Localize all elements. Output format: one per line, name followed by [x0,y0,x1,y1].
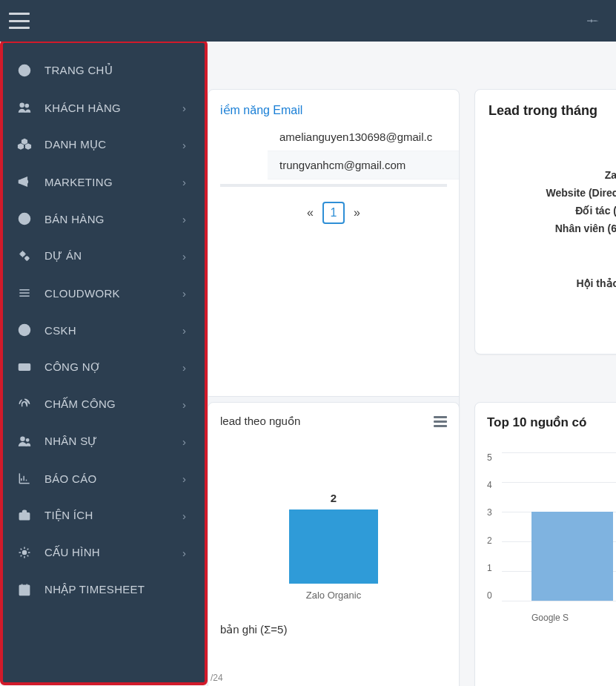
cubes-icon [16,136,33,153]
chevron-right-icon: › [182,361,191,374]
chevron-right-icon: › [182,324,191,337]
sidebar-item-khách-hàng[interactable]: KHÁCH HÀNG› [3,89,205,126]
settings-icon [16,544,33,561]
sidebar-item-tiện-ích[interactable]: TIỆN ÍCH› [3,497,205,534]
bar-category: Zalo Organic [220,590,447,601]
svg-point-4 [25,104,28,107]
chevron-right-icon: › [182,287,191,300]
sidebar-item-label: DỰ ÁN [44,249,182,263]
svg-point-14 [22,328,27,333]
sidebar-item-label: TIỆN ÍCH [44,509,182,522]
list-icon [16,285,33,301]
pager-current[interactable]: 1 [322,202,345,224]
svg-point-22 [27,439,29,441]
svg-rect-30 [19,585,29,595]
sidebar-item-bán-hàng[interactable]: BÁN HÀNG› [3,200,205,237]
email-card-title: iềm năng Email [208,90,459,123]
stat-line: Hội thảo (41%): [489,274,616,292]
bar-category: Google S [531,613,569,623]
sidebar-item-nhân-sự[interactable]: NHÂN SỰ› [3,423,205,460]
pager-prev[interactable]: « [307,206,314,220]
chart-title: lead theo nguồn [220,415,300,428]
briefcase-icon [16,507,33,524]
support-icon [16,322,33,338]
chart-title: Top 10 nguồn có [487,415,616,430]
email-row[interactable]: amelianguyen130698@gmail.c [268,123,459,151]
bar-value: 2 [331,492,337,504]
chevron-right-icon: › [182,435,191,448]
pager-next[interactable]: » [354,206,360,220]
y-axis: 5 4 3 2 1 0 [487,452,492,601]
svg-point-20 [23,366,26,369]
sidebar-item-cskh[interactable]: CSKH› [3,311,205,349]
chart-bar: 2 [289,509,378,584]
sidebar-item-label: CÔNG NỢ [44,360,182,374]
sidebar-item-label: MARKETING [44,176,182,188]
chevron-right-icon: › [182,509,191,522]
pagination: « 1 » [208,187,459,239]
sidebar-item-danh-mục[interactable]: DANH MỤC› [3,126,205,163]
fingerprint-icon [16,396,33,412]
chevron-right-icon: › [182,213,191,225]
svg-rect-28 [19,513,29,520]
report-icon [16,470,33,487]
sidebar-item-chấm-công[interactable]: CHẤM CÔNG› [3,386,205,423]
chevron-right-icon: › [182,139,191,151]
chevron-right-icon: › [182,176,191,188]
svg-point-9 [25,257,28,260]
sidebar-item-cấu-hình[interactable]: CẤU HÌNH› [3,534,205,571]
svg-point-7 [24,218,25,220]
money-icon [16,359,33,375]
stat-line: Website (Direct) (3%): [489,184,616,202]
stat-line: Zalo Orga [489,166,616,184]
email-row[interactable]: trungvanhcm@gmail.com [268,151,459,179]
sidebar: TRANG CHỦKHÁCH HÀNG›DANH MỤC›MARKETING›B… [0,40,208,685]
sidebar-item-cloudwork[interactable]: CLOUDWORK› [3,274,205,311]
chevron-right-icon: › [182,102,191,114]
sidebar-item-label: BÁO CÁO [44,472,182,485]
svg-point-3 [20,103,24,107]
chevron-right-icon: › [182,547,191,559]
sidebar-item-label: NHẬP TIMESHEET [44,583,191,596]
sidebar-item-label: CSKH [44,324,182,337]
pin-icon[interactable] [586,13,600,29]
megaphone-icon [16,174,33,190]
sidebar-item-báo-cáo[interactable]: BÁO CÁO› [3,460,205,497]
svg-point-29 [23,551,27,555]
stat-line: Nhân viên (6%): 110 [489,220,616,237]
lead-month-card: Lead trong tháng Lea Zalo Orga Website (… [474,89,616,354]
stat-line: Đối tác (3%): 46 [489,202,616,220]
menu-toggle[interactable] [9,13,30,29]
lead-month-subtitle: Lea [489,141,616,153]
sidebar-item-label: CLOUDWORK [44,287,182,300]
target-icon [16,211,33,227]
svg-point-21 [21,437,24,441]
sidebar-item-trang-chủ[interactable]: TRANG CHỦ [3,52,205,89]
chevron-right-icon: › [182,472,191,485]
users-icon [16,99,33,116]
sidebar-item-label: KHÁCH HÀNG [44,102,182,114]
lead-source-chart-card: lead theo nguồn 2 Zalo Organic bản ghi (… [208,402,460,686]
chevron-right-icon: › [182,250,191,263]
sidebar-item-nhập-timesheet[interactable]: NHẬP TIMESHEET [3,571,205,608]
chart-menu-icon[interactable] [434,416,447,427]
sidebar-item-label: CẤU HÌNH [44,546,182,559]
svg-point-8 [21,252,24,256]
team-icon [16,433,33,449]
record-count: bản ghi (Σ=5) [220,623,447,636]
chart-bar [531,512,613,601]
sidebar-item-label: BÁN HÀNG [44,213,182,225]
sidebar-item-label: NHÂN SỰ [44,435,182,448]
lead-month-title: Lead trong tháng [489,103,616,119]
email-card: iềm năng Email amelianguyen130698@gmail.… [208,89,460,426]
sidebar-item-dự-án[interactable]: DỰ ÁN› [3,237,205,274]
sidebar-item-công-nợ[interactable]: CÔNG NỢ› [3,349,205,386]
sidebar-item-label: DANH MỤC [44,138,182,151]
sidebar-item-label: TRANG CHỦ [44,64,191,77]
sidebar-item-marketing[interactable]: MARKETING› [3,163,205,200]
gears-icon [16,248,33,264]
dashboard-icon [16,62,33,79]
top-sources-chart-card: Top 10 nguồn có 5 4 3 2 1 0 Google S [474,402,616,686]
chevron-right-icon: › [182,398,191,411]
sidebar-item-label: CHẤM CÔNG [44,398,182,411]
